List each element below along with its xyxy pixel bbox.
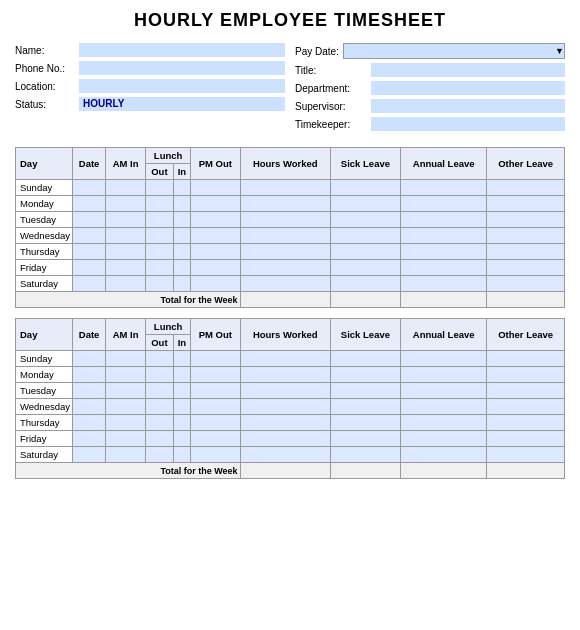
week1-cell-0-1[interactable] xyxy=(106,180,146,196)
week1-cell-6-1[interactable] xyxy=(106,276,146,292)
week1-cell-3-0[interactable] xyxy=(73,228,106,244)
week1-cell-2-8[interactable] xyxy=(487,212,565,228)
week2-cell-5-1[interactable] xyxy=(106,431,146,447)
week2-cell-3-5[interactable] xyxy=(240,399,330,415)
week1-cell-2-1[interactable] xyxy=(106,212,146,228)
week1-cell-3-2[interactable] xyxy=(146,228,174,244)
week1-cell-0-5[interactable] xyxy=(240,180,330,196)
week1-cell-6-8[interactable] xyxy=(487,276,565,292)
week1-cell-3-1[interactable] xyxy=(106,228,146,244)
week2-cell-0-8[interactable] xyxy=(487,351,565,367)
week2-cell-6-4[interactable] xyxy=(191,447,241,463)
week1-cell-6-2[interactable] xyxy=(146,276,174,292)
department-input[interactable] xyxy=(371,81,565,95)
week2-cell-4-6[interactable] xyxy=(330,415,400,431)
week1-cell-6-3[interactable] xyxy=(173,276,190,292)
week2-cell-0-5[interactable] xyxy=(240,351,330,367)
week2-cell-1-0[interactable] xyxy=(73,367,106,383)
phone-input[interactable] xyxy=(79,61,285,75)
week1-cell-0-2[interactable] xyxy=(146,180,174,196)
week2-cell-4-0[interactable] xyxy=(73,415,106,431)
week1-cell-3-3[interactable] xyxy=(173,228,190,244)
week2-cell-5-7[interactable] xyxy=(400,431,486,447)
week1-cell-5-7[interactable] xyxy=(400,260,486,276)
title-input[interactable] xyxy=(371,63,565,77)
week1-cell-5-0[interactable] xyxy=(73,260,106,276)
week1-cell-4-7[interactable] xyxy=(400,244,486,260)
week2-cell-4-4[interactable] xyxy=(191,415,241,431)
week2-cell-2-5[interactable] xyxy=(240,383,330,399)
week2-cell-4-2[interactable] xyxy=(146,415,174,431)
week2-cell-6-5[interactable] xyxy=(240,447,330,463)
week2-cell-3-8[interactable] xyxy=(487,399,565,415)
week1-total-1[interactable] xyxy=(330,292,400,308)
week2-total-0[interactable] xyxy=(240,463,330,479)
week1-cell-4-8[interactable] xyxy=(487,244,565,260)
week2-cell-3-4[interactable] xyxy=(191,399,241,415)
week1-cell-4-3[interactable] xyxy=(173,244,190,260)
week2-cell-5-4[interactable] xyxy=(191,431,241,447)
week1-cell-5-1[interactable] xyxy=(106,260,146,276)
week2-cell-1-8[interactable] xyxy=(487,367,565,383)
week2-cell-4-5[interactable] xyxy=(240,415,330,431)
week2-cell-2-1[interactable] xyxy=(106,383,146,399)
week1-cell-1-8[interactable] xyxy=(487,196,565,212)
week2-cell-2-2[interactable] xyxy=(146,383,174,399)
week2-cell-6-6[interactable] xyxy=(330,447,400,463)
week1-cell-3-6[interactable] xyxy=(330,228,400,244)
week1-cell-0-7[interactable] xyxy=(400,180,486,196)
week1-cell-4-6[interactable] xyxy=(330,244,400,260)
week1-cell-1-2[interactable] xyxy=(146,196,174,212)
week1-cell-3-7[interactable] xyxy=(400,228,486,244)
week1-cell-2-0[interactable] xyxy=(73,212,106,228)
week2-cell-1-7[interactable] xyxy=(400,367,486,383)
week1-cell-5-5[interactable] xyxy=(240,260,330,276)
week1-cell-2-6[interactable] xyxy=(330,212,400,228)
week2-total-2[interactable] xyxy=(400,463,486,479)
week2-cell-0-4[interactable] xyxy=(191,351,241,367)
week1-cell-5-6[interactable] xyxy=(330,260,400,276)
week1-cell-5-8[interactable] xyxy=(487,260,565,276)
week1-cell-0-3[interactable] xyxy=(173,180,190,196)
week2-cell-5-6[interactable] xyxy=(330,431,400,447)
week1-cell-3-8[interactable] xyxy=(487,228,565,244)
week1-cell-3-4[interactable] xyxy=(191,228,241,244)
week2-cell-4-1[interactable] xyxy=(106,415,146,431)
week2-cell-6-7[interactable] xyxy=(400,447,486,463)
week1-cell-6-6[interactable] xyxy=(330,276,400,292)
timekeeper-input[interactable] xyxy=(371,117,565,131)
week1-cell-1-6[interactable] xyxy=(330,196,400,212)
week1-cell-4-5[interactable] xyxy=(240,244,330,260)
week1-cell-4-2[interactable] xyxy=(146,244,174,260)
week2-cell-5-5[interactable] xyxy=(240,431,330,447)
week2-cell-2-0[interactable] xyxy=(73,383,106,399)
week1-cell-0-0[interactable] xyxy=(73,180,106,196)
week2-total-3[interactable] xyxy=(487,463,565,479)
location-input[interactable] xyxy=(79,79,285,93)
week2-cell-1-4[interactable] xyxy=(191,367,241,383)
week1-cell-6-7[interactable] xyxy=(400,276,486,292)
week1-cell-3-5[interactable] xyxy=(240,228,330,244)
week2-cell-3-6[interactable] xyxy=(330,399,400,415)
week2-cell-5-8[interactable] xyxy=(487,431,565,447)
week2-cell-6-2[interactable] xyxy=(146,447,174,463)
week2-cell-5-3[interactable] xyxy=(173,431,190,447)
week1-cell-6-5[interactable] xyxy=(240,276,330,292)
week1-total-2[interactable] xyxy=(400,292,486,308)
week1-cell-4-1[interactable] xyxy=(106,244,146,260)
week2-cell-5-0[interactable] xyxy=(73,431,106,447)
week1-cell-1-1[interactable] xyxy=(106,196,146,212)
week2-cell-1-2[interactable] xyxy=(146,367,174,383)
week2-cell-4-7[interactable] xyxy=(400,415,486,431)
name-input[interactable] xyxy=(79,43,285,57)
week1-cell-5-4[interactable] xyxy=(191,260,241,276)
paydate-input[interactable]: ▼ xyxy=(343,43,565,59)
week2-cell-3-1[interactable] xyxy=(106,399,146,415)
week2-cell-3-3[interactable] xyxy=(173,399,190,415)
week2-cell-0-7[interactable] xyxy=(400,351,486,367)
week2-cell-3-7[interactable] xyxy=(400,399,486,415)
week1-cell-2-4[interactable] xyxy=(191,212,241,228)
week1-cell-0-4[interactable] xyxy=(191,180,241,196)
week2-cell-2-3[interactable] xyxy=(173,383,190,399)
week1-cell-1-3[interactable] xyxy=(173,196,190,212)
